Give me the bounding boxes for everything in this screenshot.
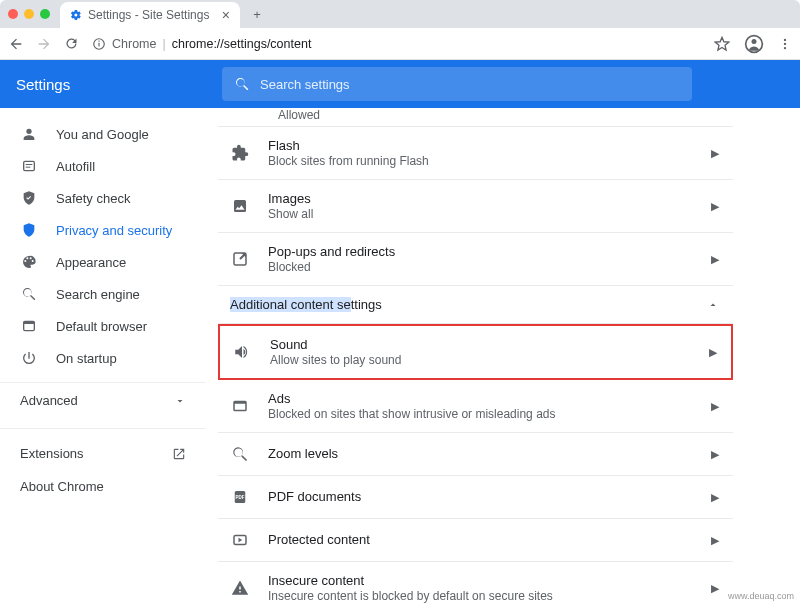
row-title: Protected content	[268, 530, 693, 550]
additional-content-toggle[interactable]: Additional content settings	[218, 286, 733, 324]
url-path: chrome://settings/content	[172, 37, 312, 51]
row-subtitle: Allow sites to play sound	[270, 353, 691, 367]
settings-content: Allowed Flash Block sites from running F…	[206, 108, 800, 604]
sidebar-item-autofill[interactable]: Autofill	[0, 150, 206, 182]
info-icon	[92, 37, 106, 51]
svg-point-4	[752, 39, 757, 44]
sidebar-item-appearance[interactable]: Appearance	[0, 246, 206, 278]
row-title: Insecure content	[268, 573, 693, 588]
menu-kebab-icon[interactable]	[778, 37, 792, 51]
sidebar-advanced-toggle[interactable]: Advanced	[0, 382, 206, 418]
settings-title: Settings	[16, 76, 206, 93]
browser-icon	[20, 318, 38, 334]
shield-icon	[20, 222, 38, 238]
settings-search-input[interactable]	[260, 77, 680, 92]
svg-rect-1	[98, 42, 99, 46]
sidebar-item-on-startup[interactable]: On startup	[0, 342, 206, 374]
sidebar-item-privacy-security[interactable]: Privacy and security	[0, 214, 206, 246]
close-window-button[interactable]	[8, 9, 18, 19]
back-button[interactable]	[8, 36, 26, 52]
svg-text:PDF: PDF	[236, 495, 245, 500]
sidebar-item-label: On startup	[56, 351, 117, 366]
close-tab-icon[interactable]: ×	[222, 7, 230, 23]
svg-rect-9	[26, 164, 33, 165]
chevron-down-icon	[174, 395, 186, 407]
sidebar-item-you-and-google[interactable]: You and Google	[0, 118, 206, 150]
sidebar-about-chrome-link[interactable]: About Chrome	[0, 470, 206, 503]
row-subtitle: Blocked on sites that show intrusive or …	[268, 407, 693, 421]
image-icon	[230, 197, 250, 215]
chevron-up-icon	[707, 299, 719, 311]
autofill-icon	[20, 158, 38, 174]
chevron-right-icon: ▶	[711, 534, 719, 547]
sound-icon	[232, 343, 252, 361]
extensions-label: Extensions	[20, 446, 84, 461]
svg-point-7	[784, 46, 786, 48]
row-title: Pop-ups and redirects	[268, 244, 693, 259]
popup-icon	[230, 250, 250, 268]
row-subtitle: Insecure content is blocked by default o…	[268, 589, 693, 603]
row-title: Images	[268, 191, 693, 206]
reload-button[interactable]	[64, 36, 82, 51]
new-tab-button[interactable]: +	[246, 7, 268, 22]
warning-icon	[230, 579, 250, 597]
sidebar-item-label: Appearance	[56, 255, 126, 270]
chevron-right-icon: ▶	[711, 200, 719, 213]
forward-button[interactable]	[36, 36, 54, 52]
row-title: Ads	[268, 391, 693, 406]
row-subtitle: Block sites from running Flash	[268, 154, 693, 168]
content-row-ads[interactable]: Ads Blocked on sites that show intrusive…	[218, 380, 733, 433]
address-bar[interactable]: Chrome | chrome://settings/content	[92, 37, 704, 51]
svg-rect-8	[24, 161, 35, 170]
window-controls	[8, 9, 50, 19]
chevron-right-icon: ▶	[711, 253, 719, 266]
content-row-zoom[interactable]: Zoom levels ▶	[218, 433, 733, 476]
content-row-protected[interactable]: Protected content ▶	[218, 519, 733, 562]
browser-toolbar: Chrome | chrome://settings/content	[0, 28, 800, 60]
profile-avatar-icon[interactable]	[744, 34, 764, 54]
chevron-right-icon: ▶	[711, 448, 719, 461]
zoom-icon	[230, 445, 250, 463]
person-icon	[20, 126, 38, 142]
sidebar-item-default-browser[interactable]: Default browser	[0, 310, 206, 342]
open-external-icon	[172, 447, 186, 461]
content-row-insecure[interactable]: Insecure content Insecure content is blo…	[218, 562, 733, 604]
shield-check-icon	[20, 190, 38, 206]
svg-rect-12	[24, 321, 35, 324]
chevron-right-icon: ▶	[711, 400, 719, 413]
browser-tab[interactable]: Settings - Site Settings ×	[60, 2, 240, 28]
row-subtitle: Show all	[268, 207, 693, 221]
ads-icon	[230, 397, 250, 415]
protected-content-icon	[230, 531, 250, 549]
content-row-sound[interactable]: Sound Allow sites to play sound ▶	[218, 324, 733, 380]
sidebar-item-label: Privacy and security	[56, 223, 172, 238]
settings-search[interactable]	[222, 67, 692, 101]
gear-icon	[70, 9, 82, 21]
chevron-right-icon: ▶	[711, 582, 719, 595]
url-scheme: Chrome	[112, 37, 156, 51]
section-header-label: Additional content settings	[230, 297, 382, 312]
about-label: About Chrome	[20, 479, 104, 494]
minimize-window-button[interactable]	[24, 9, 34, 19]
sidebar-extensions-link[interactable]: Extensions	[0, 437, 206, 470]
maximize-window-button[interactable]	[40, 9, 50, 19]
power-icon	[20, 350, 38, 366]
row-title: Flash	[268, 138, 693, 153]
chevron-right-icon: ▶	[711, 491, 719, 504]
svg-rect-16	[234, 402, 246, 404]
sidebar-item-search-engine[interactable]: Search engine	[0, 278, 206, 310]
content-row-popups[interactable]: Pop-ups and redirects Blocked ▶	[218, 233, 733, 286]
content-row-images[interactable]: Images Show all ▶	[218, 180, 733, 233]
window-titlebar: Settings - Site Settings × +	[0, 0, 800, 28]
watermark: www.deuaq.com	[728, 591, 794, 601]
sidebar-item-safety-check[interactable]: Safety check	[0, 182, 206, 214]
content-row-pdf[interactable]: PDF PDF documents ▶	[218, 476, 733, 519]
sidebar-item-label: Default browser	[56, 319, 147, 334]
palette-icon	[20, 254, 38, 270]
row-title: PDF documents	[268, 487, 693, 507]
tab-title: Settings - Site Settings	[88, 8, 209, 22]
sidebar-item-label: Search engine	[56, 287, 140, 302]
bookmark-star-icon[interactable]	[714, 36, 730, 52]
row-title: Zoom levels	[268, 444, 693, 464]
content-row-flash[interactable]: Flash Block sites from running Flash ▶	[218, 127, 733, 180]
